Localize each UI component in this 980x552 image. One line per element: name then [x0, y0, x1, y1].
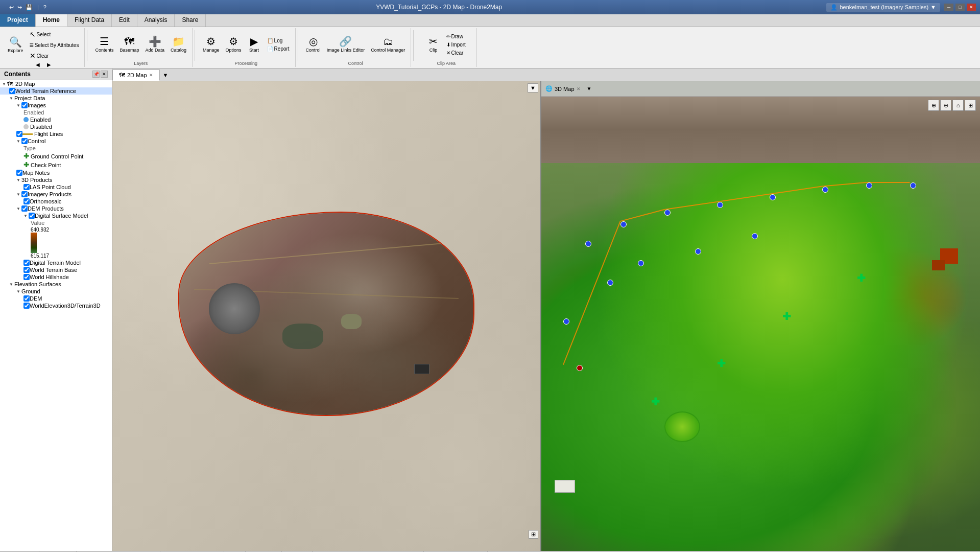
tab-analysis[interactable]: Analysis: [137, 14, 175, 27]
label-type: Type: [23, 145, 110, 151]
tab-home[interactable]: Home: [36, 14, 67, 27]
control-manager-button[interactable]: 🗂 Control Manager: [368, 35, 408, 54]
3d-layers-button[interactable]: ⊞: [965, 100, 976, 111]
clear-button[interactable]: ✕ Clear: [27, 51, 82, 61]
log-button[interactable]: 📋 Log: [265, 37, 292, 44]
map-tab-dropdown[interactable]: ▼: [161, 70, 171, 81]
explore-button[interactable]: 🔍 Explore: [5, 35, 26, 55]
help-button[interactable]: ?: [42, 3, 47, 11]
svg-line-5: [822, 182, 866, 187]
options-button[interactable]: ⚙ Options: [223, 35, 244, 54]
contents-icon: ☰: [100, 36, 109, 47]
undo-button[interactable]: ↩: [8, 3, 15, 12]
tree-item-worldelev[interactable]: WorldElevation3D/Terrain3D: [0, 302, 112, 309]
tree-item-world-terrain-base[interactable]: World Terrain Base: [0, 266, 112, 273]
tree-item-enabled-dot: Enabled: [0, 116, 112, 123]
forward-button[interactable]: ▶: [44, 61, 54, 68]
minimize-button[interactable]: ─: [944, 4, 953, 11]
back-button[interactable]: ◀: [33, 61, 42, 68]
select-button[interactable]: ↖ Select: [27, 29, 82, 39]
tree-item-gcp[interactable]: ✚ Ground Control Point: [0, 152, 112, 160]
contents-button[interactable]: ☰ Contents: [92, 35, 116, 54]
map-corner-icon[interactable]: ⊞: [529, 530, 538, 539]
checkbox-dtm[interactable]: [23, 260, 30, 266]
tree-item-world-terrain[interactable]: World Terrain Reference: [0, 87, 112, 95]
tab-edit[interactable]: Edit: [112, 14, 137, 27]
checkbox-map-notes[interactable]: [16, 170, 22, 176]
control-button[interactable]: ◎ Control: [303, 35, 323, 54]
add-data-button[interactable]: ➕ Add Data: [142, 35, 167, 54]
checkbox-dem[interactable]: [23, 295, 30, 302]
tree-item-checkpoint[interactable]: ✚ Check Point: [0, 160, 112, 169]
label-ground: Ground: [21, 288, 110, 294]
checkbox-world-hillshade[interactable]: [23, 274, 30, 280]
checkbox-images[interactable]: [21, 102, 28, 108]
tree-item-elev-surfaces[interactable]: ▼ Elevation Surfaces: [0, 281, 112, 288]
tree-item-orthomosaic[interactable]: Orthomosaic: [0, 198, 112, 205]
tree-item-imagery-products[interactable]: ▼ Imagery Products: [0, 191, 112, 198]
2d-map-menu-button[interactable]: ▼: [528, 83, 538, 93]
tree-item-las-cloud[interactable]: LAS Point Cloud: [0, 183, 112, 191]
3d-home-button[interactable]: ⌂: [952, 100, 964, 111]
tree-item-dem-products[interactable]: ▼ DEM Products: [0, 205, 112, 212]
checkbox-dsm[interactable]: [29, 213, 35, 219]
svg-line-2: [664, 202, 717, 210]
checkbox-world-terrain[interactable]: [9, 88, 15, 94]
tab-flight-data[interactable]: Flight Data: [67, 14, 112, 27]
report-button[interactable]: 📄 Report: [265, 45, 292, 53]
tree-item-control[interactable]: ▼ Control: [0, 137, 112, 145]
draw-button[interactable]: ✏ Draw: [444, 33, 468, 40]
tree-item-project-data[interactable]: ▼ Project Data: [0, 95, 112, 102]
tree-item-images[interactable]: ▼ Images: [0, 102, 112, 109]
import-button[interactable]: ⬇ Import: [444, 41, 468, 49]
checkbox-flight-lines[interactable]: [16, 131, 22, 137]
sidebar-pin-button[interactable]: 📌: [92, 71, 100, 78]
tab-2d-map[interactable]: 🗺 2D Map ✕: [112, 70, 160, 81]
tree-item-dtm[interactable]: Digital Terrain Model: [0, 259, 112, 266]
2d-map-close[interactable]: ✕: [149, 73, 153, 78]
tab-project[interactable]: Project: [0, 14, 36, 27]
tab-share[interactable]: Share: [175, 14, 206, 27]
close-button[interactable]: ✕: [967, 4, 976, 11]
checkbox-control[interactable]: [21, 138, 28, 144]
checkbox-imagery-products[interactable]: [21, 191, 28, 197]
ribbon-group-clip: ✂ Clip ✏ Draw ⬇ Import ✕ Clear Clip Area: [416, 28, 477, 67]
checkbox-las-cloud[interactable]: [23, 184, 30, 190]
expand-arrow-3d-products: ▼: [16, 178, 20, 182]
map-3d[interactable]: 🌐 3D Map ✕ ▼: [541, 81, 980, 551]
clip-button[interactable]: ✂ Clip: [424, 35, 443, 54]
checkbox-world-terrain-base[interactable]: [23, 267, 30, 273]
3d-zoom-out-button[interactable]: ⊖: [940, 100, 951, 111]
label-worldelev: WorldElevation3D/Terrain3D: [30, 303, 110, 309]
checkbox-dem-products[interactable]: [21, 205, 28, 212]
basemap-button[interactable]: 🗺 Basemap: [117, 35, 141, 54]
image-links-editor-button[interactable]: 🔗 Image Links Editor: [324, 35, 368, 54]
user-label: benkelman_test (Imagery Samples): [840, 4, 928, 10]
select-by-attributes-button[interactable]: ≡ Select By Attributes: [27, 40, 82, 50]
catalog-button[interactable]: 📁 Catalog: [168, 35, 189, 54]
clear-clip-button[interactable]: ✕ Clear: [444, 49, 468, 57]
checkbox-worldelev[interactable]: [23, 303, 30, 309]
map-2d[interactable]: ▼ ⊞: [112, 81, 541, 551]
dsm-max-value: 640.932: [31, 227, 49, 233]
tree-item-ground[interactable]: ▼ Ground: [0, 288, 112, 295]
checkpoint-plus-icon: ✚: [23, 161, 29, 169]
redo-button[interactable]: ↪: [16, 3, 23, 12]
svg-line-4: [770, 187, 822, 194]
tree-item-flight-lines[interactable]: Flight Lines: [0, 130, 112, 137]
maximize-button[interactable]: □: [955, 4, 965, 11]
sidebar-close-button[interactable]: ✕: [101, 71, 108, 78]
user-indicator: 👤 benkelman_test (Imagery Samples) ▼: [826, 3, 940, 12]
checkbox-orthomosaic[interactable]: [23, 198, 30, 204]
tree-item-dem-check[interactable]: DEM: [0, 295, 112, 302]
tree-item-2d-map[interactable]: ▼ 🗺 2D Map: [0, 80, 112, 87]
tree-item-world-hillshade[interactable]: World Hillshade: [0, 273, 112, 281]
tree-item-dsm[interactable]: ▼ Digital Surface Model: [0, 212, 112, 219]
save-button[interactable]: 💾: [25, 3, 34, 12]
manage-button[interactable]: ⚙ Manage: [200, 35, 222, 54]
tree-item-map-notes[interactable]: Map Notes: [0, 169, 112, 176]
tree-item-3d-products[interactable]: ▼ 3D Products: [0, 176, 112, 183]
3d-map-controls: ⊕ ⊖ ⌂ ⊞: [928, 100, 976, 111]
start-button[interactable]: ▶ Start: [245, 35, 264, 54]
3d-zoom-in-button[interactable]: ⊕: [928, 100, 939, 111]
